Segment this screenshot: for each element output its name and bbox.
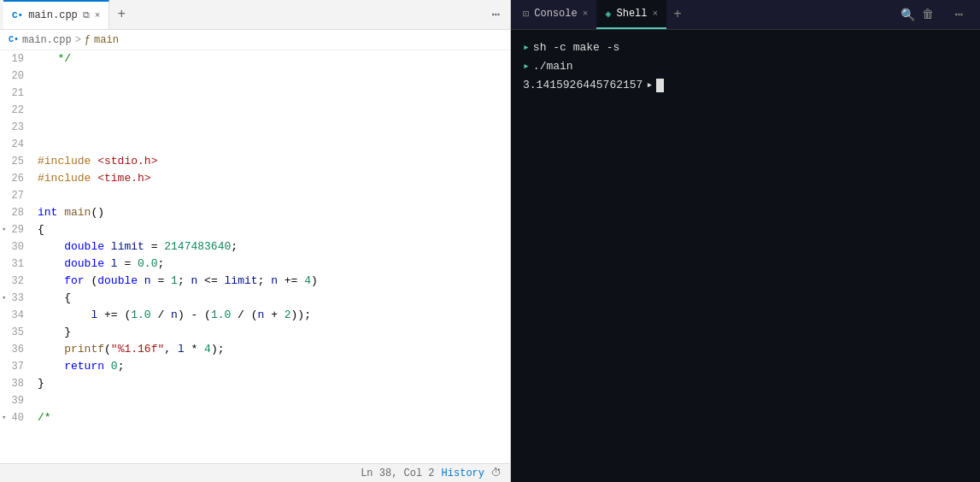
- terminal-body[interactable]: ▸ sh -c make -s ▸ ./main 3.1415926445762…: [511, 30, 980, 482]
- editor-tab-main-cpp[interactable]: C• main.cpp ⧉ ×: [3, 0, 109, 29]
- line-number: 38: [0, 375, 34, 392]
- code-line: ▾40/*: [0, 409, 510, 426]
- code-line: 39: [0, 392, 510, 409]
- line-content: [34, 187, 44, 204]
- line-content: }: [34, 324, 71, 341]
- fold-arrow-icon[interactable]: ▾: [2, 221, 6, 238]
- breadcrumb-separator: >: [75, 34, 81, 46]
- code-area[interactable]: 19 */20 21 22 23 24 25#include <stdio.h>…: [0, 50, 510, 463]
- editor-more-button[interactable]: ⋯: [484, 6, 507, 23]
- breadcrumb: C• main.cpp > ƒ main: [0, 30, 510, 50]
- breadcrumb-func-icon: ƒ: [85, 34, 91, 46]
- line-content: l += (1.0 / n) - (1.0 / (n + 2));: [34, 307, 311, 324]
- history-icon: ⏱: [491, 467, 502, 479]
- line-number: ▾40: [0, 409, 34, 426]
- close-console-tab-icon[interactable]: ×: [583, 9, 589, 19]
- line-number: 35: [0, 324, 34, 341]
- code-line: 19 */: [0, 50, 510, 68]
- add-tab-button[interactable]: +: [109, 3, 133, 26]
- terminal-cursor: [656, 79, 664, 92]
- code-line: 31 double l = 0.0;: [0, 256, 510, 273]
- split-editor-icon[interactable]: ⧉: [83, 10, 90, 21]
- line-content: #include <stdio.h>: [34, 153, 157, 170]
- code-lines: 19 */20 21 22 23 24 25#include <stdio.h>…: [0, 50, 510, 426]
- line-content: [34, 119, 44, 136]
- line-number: ▾29: [0, 221, 34, 238]
- line-number: 19: [0, 50, 34, 68]
- editor-tab-bar: C• main.cpp ⧉ × + ⋯: [0, 0, 510, 30]
- shell-icon: ◈: [605, 8, 611, 21]
- terminal-line-1: ▸ sh -c make -s: [523, 38, 968, 57]
- fold-arrow-icon[interactable]: ▾: [2, 290, 6, 307]
- console-icon: ⊡: [523, 8, 529, 21]
- cmd-2: ./main: [533, 57, 573, 76]
- code-line: 30 double limit = 2147483640;: [0, 238, 510, 256]
- line-content: [34, 102, 44, 119]
- line-content: [34, 136, 44, 153]
- main-layout: C• main.cpp ⧉ × + ⋯ C• main.cpp > ƒ main…: [0, 0, 980, 482]
- terminal-tab-console[interactable]: ⊡ Console ×: [514, 0, 596, 29]
- code-line: 34 l += (1.0 / n) - (1.0 / (n + 2));: [0, 307, 510, 324]
- line-number: 24: [0, 136, 34, 153]
- code-line: ▾33 {: [0, 290, 510, 307]
- line-number: 39: [0, 392, 34, 409]
- editor-tab-label: main.cpp: [28, 9, 78, 21]
- line-number: 26: [0, 170, 34, 187]
- line-content: [34, 85, 44, 102]
- line-number: 27: [0, 187, 34, 204]
- terminal-tab-bar: ⊡ Console × ◈ Shell × + 🔍 🗑 ⋯: [511, 0, 980, 30]
- editor-tabs: C• main.cpp ⧉ × +: [3, 0, 133, 29]
- line-content: /*: [34, 409, 51, 426]
- line-content: }: [34, 375, 44, 392]
- line-number: 28: [0, 204, 34, 221]
- code-line: 27: [0, 187, 510, 204]
- line-number: 30: [0, 238, 34, 256]
- status-bar: Ln 38, Col 2 History ⏱: [0, 463, 510, 482]
- line-number: 20: [0, 68, 34, 85]
- line-content: for (double n = 1; n <= limit; n += 4): [34, 273, 318, 290]
- line-content: */: [34, 50, 71, 68]
- line-content: #include <time.h>: [34, 170, 151, 187]
- add-terminal-tab-button[interactable]: +: [666, 7, 689, 22]
- terminal-clear-button[interactable]: 🗑: [922, 8, 934, 21]
- code-line: 21: [0, 85, 510, 102]
- line-number: 36: [0, 341, 34, 358]
- line-number: 22: [0, 102, 34, 119]
- cmd-1: sh -c make -s: [533, 38, 619, 57]
- terminal-actions: 🔍 🗑: [894, 8, 941, 22]
- code-line: ▾29{: [0, 221, 510, 238]
- terminal-more-button[interactable]: ⋯: [948, 6, 970, 23]
- prompt-2: ▸: [523, 57, 530, 76]
- line-content: return 0;: [34, 358, 124, 375]
- code-line: 26#include <time.h>: [0, 170, 510, 187]
- terminal-tabs: ⊡ Console × ◈ Shell × +: [514, 0, 689, 29]
- close-shell-tab-icon[interactable]: ×: [653, 9, 659, 19]
- terminal-search-button[interactable]: 🔍: [901, 8, 915, 22]
- line-content: [34, 392, 44, 409]
- breadcrumb-function: main: [94, 34, 119, 46]
- terminal-tab-shell[interactable]: ◈ Shell ×: [596, 0, 666, 29]
- code-line: 38}: [0, 375, 510, 392]
- line-number: ▾33: [0, 290, 34, 307]
- code-line: 36 printf("%1.16f", l * 4);: [0, 341, 510, 358]
- line-number: 25: [0, 153, 34, 170]
- line-content: {: [34, 221, 44, 238]
- history-button[interactable]: History: [442, 467, 484, 479]
- code-line: 37 return 0;: [0, 358, 510, 375]
- code-line: 23: [0, 119, 510, 136]
- code-line: 32 for (double n = 1; n <= limit; n += 4…: [0, 273, 510, 290]
- line-content: double limit = 2147483640;: [34, 238, 238, 256]
- line-number: 31: [0, 256, 34, 273]
- cpp-file-icon: C•: [12, 10, 23, 21]
- line-number: 37: [0, 358, 34, 375]
- line-content: [34, 68, 44, 85]
- code-line: 20: [0, 68, 510, 85]
- code-line: 28int main(): [0, 204, 510, 221]
- close-tab-icon[interactable]: ×: [95, 10, 101, 21]
- terminal-panel: ⊡ Console × ◈ Shell × + 🔍 🗑 ⋯: [511, 0, 980, 482]
- line-number: 21: [0, 85, 34, 102]
- prompt-1: ▸: [523, 38, 530, 57]
- line-number: 34: [0, 307, 34, 324]
- line-number: 23: [0, 119, 34, 136]
- fold-arrow-icon[interactable]: ▾: [2, 409, 6, 426]
